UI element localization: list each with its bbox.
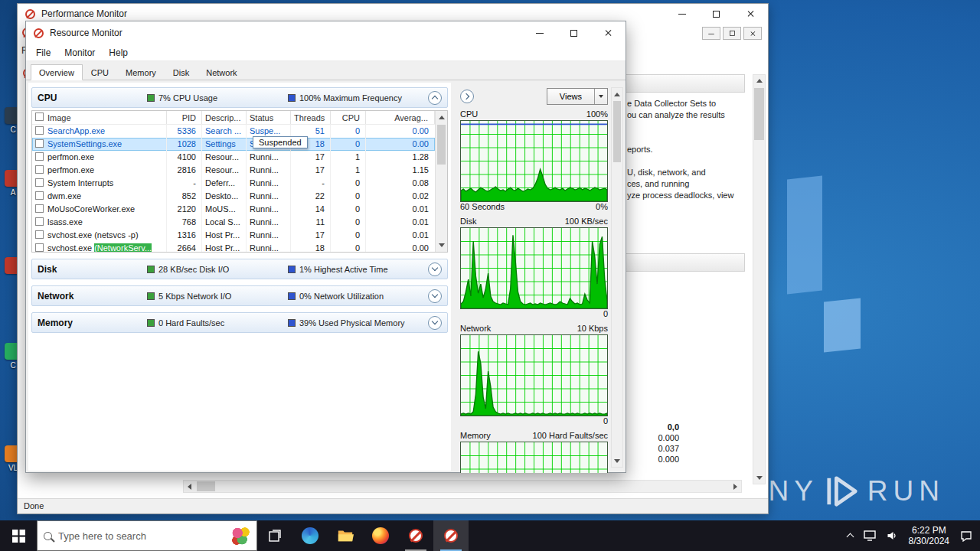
performance-monitor-icon bbox=[409, 529, 423, 543]
start-button[interactable] bbox=[0, 520, 37, 551]
table-row[interactable]: lsass.exe768Local S...Runni...1100.01 bbox=[32, 216, 435, 229]
taskbar-clock[interactable]: 6:22 PM 8/30/2024 bbox=[909, 525, 949, 546]
collapse-panel-button[interactable] bbox=[460, 90, 474, 103]
performance-monitor-taskbar-button[interactable] bbox=[398, 520, 433, 551]
cpu-section-header[interactable]: CPU 7% CPU Usage 100% Maximum Frequency bbox=[31, 87, 448, 108]
tab-overview[interactable]: Overview bbox=[31, 64, 83, 80]
network-icon[interactable] bbox=[864, 530, 876, 541]
row-checkbox[interactable] bbox=[35, 217, 44, 226]
table-row[interactable]: SystemSettings.exe1028SettingsSuspe...18… bbox=[32, 138, 435, 151]
column-header[interactable]: Threads bbox=[291, 111, 331, 124]
child-minimize-button[interactable] bbox=[702, 27, 720, 40]
table-row[interactable]: System Interrupts-Deferr...Runni...-00.0… bbox=[32, 177, 435, 190]
select-all-checkbox[interactable] bbox=[35, 112, 44, 121]
network-section-header[interactable]: Network 5 Kbps Network I/O 0% Network Ut… bbox=[31, 285, 448, 306]
table-scrollbar[interactable] bbox=[435, 111, 447, 252]
scrollbar-thumb[interactable] bbox=[437, 125, 446, 165]
vertical-scrollbar[interactable] bbox=[753, 74, 766, 484]
column-header[interactable]: PID bbox=[167, 111, 202, 124]
row-checkbox[interactable] bbox=[35, 191, 44, 200]
table-row[interactable]: perfmon.exe4100Resour...Runni...1711.28 bbox=[32, 151, 435, 164]
file-explorer-taskbar-button[interactable] bbox=[328, 520, 363, 551]
scroll-up-icon[interactable] bbox=[612, 89, 622, 99]
memory-section-header[interactable]: Memory 0 Hard Faults/sec 39% Used Physic… bbox=[31, 312, 448, 333]
maximize-button[interactable] bbox=[557, 21, 591, 44]
speaker-icon[interactable] bbox=[887, 530, 898, 541]
row-checkbox[interactable] bbox=[35, 165, 44, 174]
expand-chevron-icon[interactable] bbox=[428, 316, 442, 330]
disk-section-header[interactable]: Disk 28 KB/sec Disk I/O 1% Highest Activ… bbox=[31, 259, 448, 279]
column-header[interactable]: CPU bbox=[331, 111, 366, 124]
tab-cpu[interactable]: CPU bbox=[83, 64, 117, 80]
table-row[interactable]: svchost.exe (NetworkServ...2664Host Pr..… bbox=[32, 242, 435, 253]
cell-avg: 0.01 bbox=[366, 229, 435, 242]
search-highlights-icon[interactable] bbox=[232, 527, 250, 545]
table-row[interactable]: dwm.exe852Deskto...Runni...2200.02 bbox=[32, 190, 435, 203]
memory-faults-stat: 0 Hard Faults/sec bbox=[147, 318, 288, 328]
menu-item-help[interactable]: Help bbox=[102, 47, 135, 58]
scroll-up-icon[interactable] bbox=[436, 112, 447, 123]
column-header[interactable]: Image bbox=[32, 111, 167, 124]
minimize-icon bbox=[708, 31, 714, 37]
task-view-button[interactable] bbox=[257, 520, 292, 551]
table-row[interactable]: svchost.exe (netsvcs -p)1316Host Pr...Ru… bbox=[32, 229, 435, 242]
cell-desc: Host Pr... bbox=[202, 242, 247, 253]
firefox-taskbar-button[interactable] bbox=[363, 520, 398, 551]
edge-taskbar-button[interactable] bbox=[292, 520, 328, 551]
cell-avg: 0.01 bbox=[366, 216, 435, 229]
firefox-icon bbox=[372, 527, 389, 544]
scroll-down-icon[interactable] bbox=[436, 240, 447, 251]
scroll-left-icon[interactable] bbox=[184, 481, 195, 492]
column-header[interactable]: Averag... bbox=[366, 111, 435, 124]
graph-scale: 100 Hard Faults/sec bbox=[533, 431, 608, 442]
scroll-right-icon[interactable] bbox=[730, 481, 741, 492]
tab-disk[interactable]: Disk bbox=[165, 64, 198, 80]
scrollbar-thumb[interactable] bbox=[613, 101, 621, 162]
resource-monitor-taskbar-button[interactable] bbox=[433, 520, 469, 551]
scrollbar-thumb[interactable] bbox=[754, 88, 764, 140]
table-row[interactable]: SearchApp.exe5336Search ...Suspe...5100.… bbox=[32, 125, 435, 138]
tab-memory[interactable]: Memory bbox=[117, 64, 165, 80]
scroll-down-icon[interactable] bbox=[753, 472, 765, 484]
close-button[interactable] bbox=[591, 21, 626, 44]
expand-chevron-icon[interactable] bbox=[428, 289, 442, 303]
tray-expand-icon[interactable] bbox=[846, 533, 854, 541]
row-checkbox[interactable] bbox=[35, 243, 44, 252]
row-checkbox[interactable] bbox=[35, 152, 44, 161]
collapse-chevron-icon[interactable] bbox=[428, 91, 442, 105]
close-button[interactable] bbox=[733, 4, 768, 24]
action-center-icon[interactable] bbox=[960, 530, 972, 542]
row-checkbox[interactable] bbox=[35, 230, 44, 239]
views-button[interactable]: Views bbox=[547, 88, 608, 105]
scroll-down-icon[interactable] bbox=[612, 455, 622, 466]
row-checkbox[interactable] bbox=[35, 139, 44, 148]
child-close-button[interactable] bbox=[743, 27, 762, 40]
child-restore-button[interactable] bbox=[723, 27, 741, 40]
row-checkbox[interactable] bbox=[35, 204, 44, 213]
minimize-button[interactable] bbox=[522, 21, 557, 44]
column-header[interactable]: Status bbox=[247, 111, 291, 124]
graph-min-label: 0% bbox=[596, 202, 608, 213]
horizontal-scrollbar[interactable] bbox=[183, 480, 742, 493]
cell-cpu: 0 bbox=[331, 203, 366, 216]
row-checkbox[interactable] bbox=[35, 126, 44, 135]
menu-item-file[interactable]: File bbox=[29, 47, 57, 58]
maximize-icon bbox=[713, 11, 720, 18]
graphs-scrollbar[interactable] bbox=[611, 87, 623, 468]
search-box[interactable]: Type here to search bbox=[37, 520, 257, 551]
scrollbar-thumb[interactable] bbox=[197, 481, 215, 491]
cell-cpu: 1 bbox=[331, 164, 366, 177]
minimize-button[interactable] bbox=[665, 4, 699, 24]
column-header[interactable]: Descrip... bbox=[202, 111, 247, 124]
expand-chevron-icon[interactable] bbox=[428, 262, 442, 276]
table-row[interactable]: perfmon.exe2816Resour...Runni...1711.15 bbox=[32, 164, 435, 177]
scroll-up-icon[interactable] bbox=[753, 75, 765, 86]
menu-item-monitor[interactable]: Monitor bbox=[57, 47, 102, 58]
table-row[interactable]: MoUsoCoreWorker.exe2120MoUS...Runni...14… bbox=[32, 203, 435, 216]
tab-network[interactable]: Network bbox=[198, 64, 245, 80]
graph-card-disk: Disk100 KB/sec0 bbox=[460, 217, 608, 320]
views-dropdown-arrow[interactable] bbox=[594, 89, 607, 104]
stat-label: 7% CPU Usage bbox=[158, 93, 217, 103]
maximize-button[interactable] bbox=[699, 4, 733, 24]
row-checkbox[interactable] bbox=[35, 178, 44, 187]
